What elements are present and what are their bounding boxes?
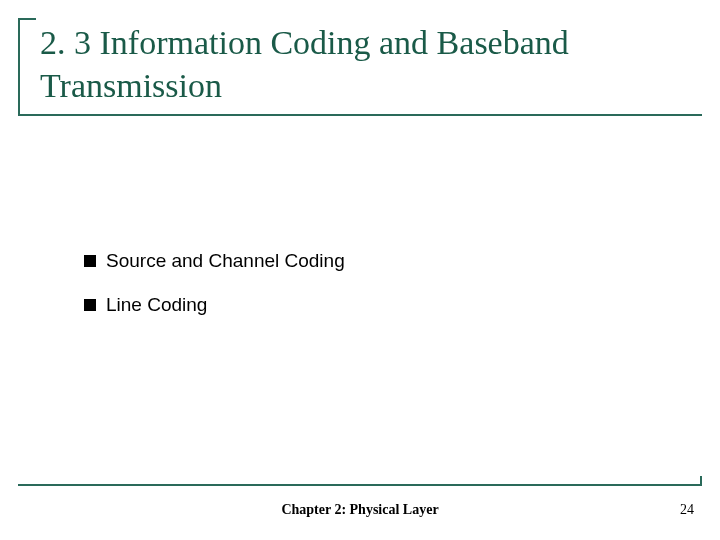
page-number: 24: [680, 502, 694, 518]
slide-title: 2. 3 Information Coding and Baseband Tra…: [40, 22, 660, 107]
title-rule-top: [18, 18, 36, 20]
footer-text: Chapter 2: Physical Layer: [0, 502, 720, 518]
bullet-text: Line Coding: [106, 294, 644, 316]
footer-rule-accent: [700, 476, 702, 486]
slide: 2. 3 Information Coding and Baseband Tra…: [0, 0, 720, 540]
footer-rule: [18, 484, 702, 486]
title-rule-left: [18, 18, 20, 114]
list-item: Source and Channel Coding: [84, 250, 644, 272]
title-underline: [18, 114, 702, 116]
bullet-icon: [84, 299, 96, 311]
bullet-text: Source and Channel Coding: [106, 250, 644, 272]
list-item: Line Coding: [84, 294, 644, 316]
slide-body: Source and Channel Coding Line Coding: [84, 250, 644, 338]
bullet-icon: [84, 255, 96, 267]
